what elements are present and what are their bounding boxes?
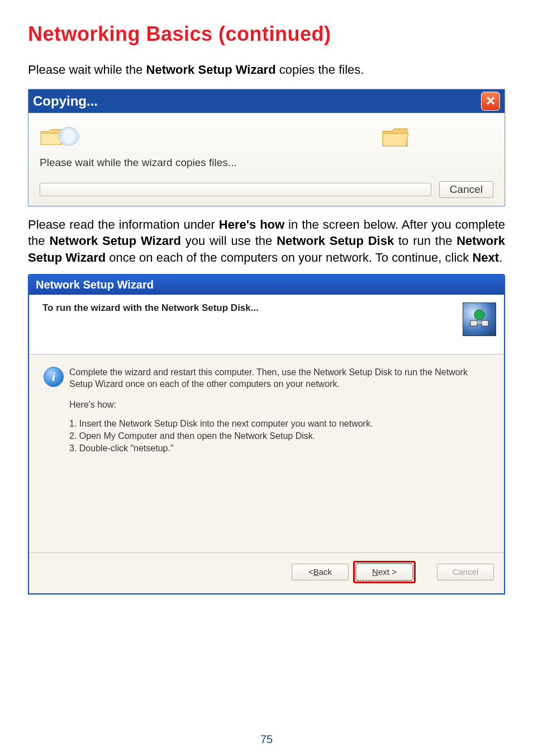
p2-b3: Network Setup Disk xyxy=(277,234,394,248)
p2-seg1: Please read the information under xyxy=(28,218,219,231)
step-1: 1. Insert the Network Setup Disk into th… xyxy=(69,418,489,430)
back-rest: ack xyxy=(319,567,332,577)
intro-bold: Network Setup Wizard xyxy=(146,63,276,77)
next-button[interactable]: Next > xyxy=(356,564,413,580)
p2-seg3: you will use the xyxy=(181,234,277,248)
step-2: 2. Open My Computer and then open the Ne… xyxy=(69,430,489,442)
wizard-header: To run the wizard with the Network Setup… xyxy=(29,295,504,355)
close-icon: ✕ xyxy=(486,94,496,108)
destination-folder-icon xyxy=(382,125,410,148)
svg-point-4 xyxy=(474,310,484,320)
intro-suffix: copies the files. xyxy=(276,63,364,77)
svg-rect-2 xyxy=(470,320,477,326)
info-text: Complete the wizard and restart this com… xyxy=(69,367,489,390)
p2-b5: Next xyxy=(472,251,499,264)
wizard-titlebar: Network Setup Wizard xyxy=(29,275,504,295)
instruction-paragraph: Please read the information under Here's… xyxy=(28,216,505,266)
p2-b1: Here's how xyxy=(219,218,284,231)
intro-paragraph: Please wait while the Network Setup Wiza… xyxy=(28,62,505,79)
wizard-cancel-button[interactable]: Cancel xyxy=(437,564,494,580)
steps-list: 1. Insert the Network Setup Disk into th… xyxy=(69,418,489,454)
next-button-highlight: Next > xyxy=(353,561,416,583)
copying-dialog: Copying... ✕ Please wait while the wizar… xyxy=(28,89,505,206)
svg-rect-3 xyxy=(482,320,488,326)
copying-titlebar: Copying... ✕ xyxy=(28,89,505,113)
back-prefix: < xyxy=(308,567,313,577)
wizard-header-text: To run the wizard with the Network Setup… xyxy=(42,303,259,314)
page-number: 75 xyxy=(0,733,533,746)
progress-bar xyxy=(40,183,431,196)
wizard-footer: < Back Next > Cancel xyxy=(29,552,504,593)
next-rest: ext > xyxy=(378,567,397,577)
intro-prefix: Please wait while the xyxy=(28,63,146,77)
info-icon: i xyxy=(44,367,64,387)
copy-animation xyxy=(40,125,493,148)
p2-seg5: once on each of the computers on your ne… xyxy=(106,251,472,264)
p2-b2: Network Setup Wizard xyxy=(49,234,180,248)
next-mnemonic: N xyxy=(372,567,378,577)
info-row: i Complete the wizard and restart this c… xyxy=(44,367,489,390)
p2-seg6: . xyxy=(499,251,502,264)
page-title: Networking Basics (continued) xyxy=(28,22,505,46)
copying-cancel-button[interactable]: Cancel xyxy=(439,181,493,198)
wizard-body: i Complete the wizard and restart this c… xyxy=(29,355,504,552)
close-button[interactable]: ✕ xyxy=(481,92,500,111)
p2-seg4: to run the xyxy=(394,234,456,248)
progress-row: Cancel xyxy=(40,181,493,198)
network-globe-icon xyxy=(463,303,496,336)
source-folders-icon xyxy=(40,126,81,147)
copying-title-text: Copying... xyxy=(33,93,98,109)
wizard-dialog: Network Setup Wizard To run the wizard w… xyxy=(28,274,505,594)
back-mnemonic: B xyxy=(313,567,319,577)
step-3: 3. Double-click "netsetup." xyxy=(69,442,489,455)
back-button[interactable]: < Back xyxy=(292,564,349,580)
svg-point-1 xyxy=(63,129,75,143)
heres-how-label: Here's how: xyxy=(69,400,489,410)
copying-body: Please wait while the wizard copies file… xyxy=(28,113,505,206)
copying-status-text: Please wait while the wizard copies file… xyxy=(40,157,493,169)
